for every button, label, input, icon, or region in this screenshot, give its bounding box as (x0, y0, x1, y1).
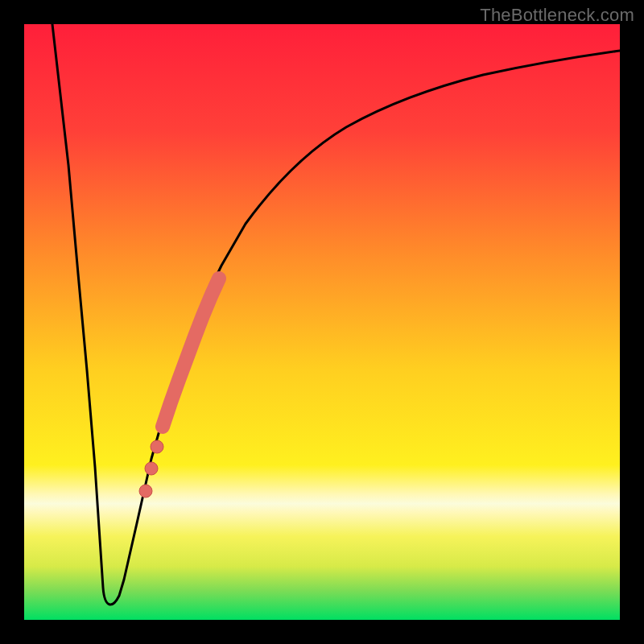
plot-area (24, 24, 620, 620)
watermark-text: TheBottleneck.com (480, 5, 634, 26)
curve-layer (24, 24, 620, 620)
bottleneck-curve (52, 24, 620, 605)
marker-dot (139, 485, 152, 497)
highlight-segment (163, 279, 219, 427)
marker-dot (151, 440, 163, 453)
marker-dot (145, 462, 158, 475)
chart-frame: { "watermark": "TheBottleneck.com", "col… (0, 0, 644, 644)
